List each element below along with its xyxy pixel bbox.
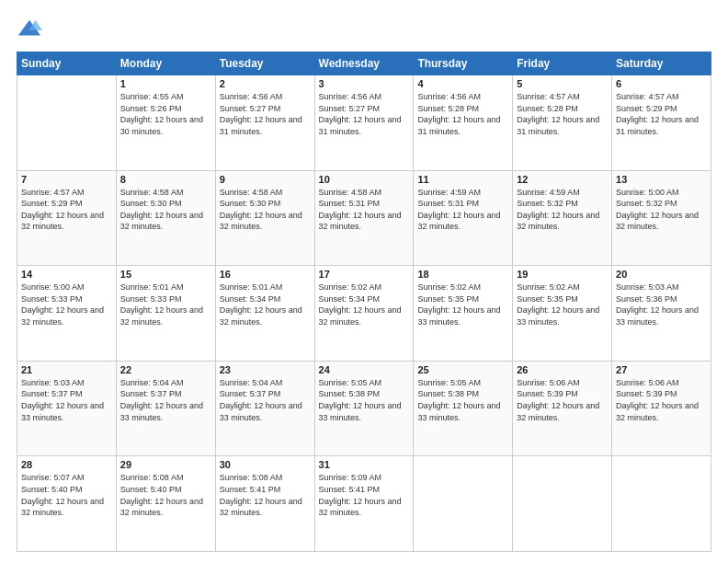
calendar-week-row: 14Sunrise: 5:00 AMSunset: 5:33 PMDayligh… bbox=[17, 266, 711, 362]
day-number: 10 bbox=[319, 174, 410, 185]
day-info: Sunrise: 5:05 AMSunset: 5:38 PMDaylight:… bbox=[417, 377, 508, 423]
day-info: Sunrise: 4:58 AMSunset: 5:30 PMDaylight:… bbox=[120, 187, 211, 233]
calendar-cell bbox=[612, 456, 711, 552]
day-info: Sunrise: 5:00 AMSunset: 5:33 PMDaylight:… bbox=[21, 282, 112, 327]
day-number: 15 bbox=[120, 269, 211, 280]
day-info: Sunrise: 5:03 AMSunset: 5:37 PMDaylight:… bbox=[21, 377, 112, 423]
day-number: 30 bbox=[220, 459, 311, 470]
day-number: 12 bbox=[517, 174, 608, 185]
day-info: Sunrise: 5:09 AMSunset: 5:41 PMDaylight:… bbox=[319, 472, 410, 518]
day-info: Sunrise: 4:59 AMSunset: 5:32 PMDaylight:… bbox=[517, 187, 608, 233]
day-info: Sunrise: 5:02 AMSunset: 5:34 PMDaylight:… bbox=[319, 282, 410, 327]
calendar-cell bbox=[17, 75, 117, 171]
day-number: 3 bbox=[319, 78, 410, 89]
calendar-cell: 2Sunrise: 4:56 AMSunset: 5:27 PMDaylight… bbox=[215, 75, 314, 171]
header bbox=[17, 17, 711, 42]
calendar-cell: 5Sunrise: 4:57 AMSunset: 5:28 PMDaylight… bbox=[513, 75, 612, 171]
day-number: 31 bbox=[319, 459, 410, 470]
day-number: 17 bbox=[319, 269, 410, 280]
day-info: Sunrise: 5:04 AMSunset: 5:37 PMDaylight:… bbox=[120, 377, 211, 423]
day-number: 11 bbox=[417, 174, 508, 185]
calendar-cell: 30Sunrise: 5:08 AMSunset: 5:41 PMDayligh… bbox=[215, 456, 314, 552]
calendar-cell: 23Sunrise: 5:04 AMSunset: 5:37 PMDayligh… bbox=[215, 361, 314, 456]
day-info: Sunrise: 5:02 AMSunset: 5:35 PMDaylight:… bbox=[517, 282, 608, 327]
calendar-cell: 11Sunrise: 4:59 AMSunset: 5:31 PMDayligh… bbox=[414, 170, 513, 266]
day-info: Sunrise: 4:59 AMSunset: 5:31 PMDaylight:… bbox=[417, 187, 508, 233]
day-number: 27 bbox=[616, 364, 707, 375]
page: SundayMondayTuesdayWednesdayThursdayFrid… bbox=[0, 0, 728, 563]
calendar-cell: 22Sunrise: 5:04 AMSunset: 5:37 PMDayligh… bbox=[116, 361, 215, 456]
calendar-cell bbox=[414, 456, 513, 552]
calendar-cell: 10Sunrise: 4:58 AMSunset: 5:31 PMDayligh… bbox=[314, 170, 414, 266]
day-number: 2 bbox=[220, 78, 311, 89]
day-number: 16 bbox=[220, 269, 311, 280]
calendar-day-header: Saturday bbox=[612, 52, 711, 75]
calendar-cell: 24Sunrise: 5:05 AMSunset: 5:38 PMDayligh… bbox=[314, 361, 414, 456]
calendar-week-row: 7Sunrise: 4:57 AMSunset: 5:29 PMDaylight… bbox=[17, 170, 711, 266]
calendar-cell: 25Sunrise: 5:05 AMSunset: 5:38 PMDayligh… bbox=[414, 361, 513, 456]
day-number: 24 bbox=[319, 364, 410, 375]
calendar-cell: 8Sunrise: 4:58 AMSunset: 5:30 PMDaylight… bbox=[116, 170, 215, 266]
day-number: 8 bbox=[120, 174, 211, 185]
calendar-table: SundayMondayTuesdayWednesdayThursdayFrid… bbox=[17, 52, 711, 552]
day-number: 4 bbox=[417, 78, 508, 89]
calendar-day-header: Monday bbox=[116, 52, 215, 75]
calendar-cell: 27Sunrise: 5:06 AMSunset: 5:39 PMDayligh… bbox=[612, 361, 711, 456]
day-number: 6 bbox=[616, 78, 707, 89]
day-info: Sunrise: 5:03 AMSunset: 5:36 PMDaylight:… bbox=[616, 282, 707, 327]
day-number: 7 bbox=[21, 174, 112, 185]
day-info: Sunrise: 5:01 AMSunset: 5:33 PMDaylight:… bbox=[120, 282, 211, 327]
day-number: 9 bbox=[220, 174, 311, 185]
logo-icon bbox=[17, 17, 42, 42]
day-number: 14 bbox=[21, 269, 112, 280]
day-info: Sunrise: 5:08 AMSunset: 5:41 PMDaylight:… bbox=[220, 472, 311, 518]
calendar-week-row: 1Sunrise: 4:55 AMSunset: 5:26 PMDaylight… bbox=[17, 75, 711, 171]
day-info: Sunrise: 4:57 AMSunset: 5:28 PMDaylight:… bbox=[517, 91, 608, 137]
day-number: 20 bbox=[616, 269, 707, 280]
calendar-day-header: Friday bbox=[513, 52, 612, 75]
logo bbox=[17, 17, 46, 42]
day-info: Sunrise: 4:56 AMSunset: 5:27 PMDaylight:… bbox=[319, 91, 410, 137]
day-info: Sunrise: 4:58 AMSunset: 5:30 PMDaylight:… bbox=[220, 187, 311, 233]
calendar-day-header: Thursday bbox=[414, 52, 513, 75]
day-info: Sunrise: 5:04 AMSunset: 5:37 PMDaylight:… bbox=[220, 377, 311, 423]
calendar-cell: 15Sunrise: 5:01 AMSunset: 5:33 PMDayligh… bbox=[116, 266, 215, 362]
calendar-cell: 3Sunrise: 4:56 AMSunset: 5:27 PMDaylight… bbox=[314, 75, 414, 171]
calendar-week-row: 21Sunrise: 5:03 AMSunset: 5:37 PMDayligh… bbox=[17, 361, 711, 456]
day-info: Sunrise: 5:00 AMSunset: 5:32 PMDaylight:… bbox=[616, 187, 707, 233]
calendar-cell: 28Sunrise: 5:07 AMSunset: 5:40 PMDayligh… bbox=[17, 456, 117, 552]
calendar-cell: 14Sunrise: 5:00 AMSunset: 5:33 PMDayligh… bbox=[17, 266, 117, 362]
day-info: Sunrise: 4:55 AMSunset: 5:26 PMDaylight:… bbox=[120, 91, 211, 137]
day-info: Sunrise: 5:01 AMSunset: 5:34 PMDaylight:… bbox=[220, 282, 311, 327]
day-info: Sunrise: 5:02 AMSunset: 5:35 PMDaylight:… bbox=[417, 282, 508, 327]
calendar-cell bbox=[513, 456, 612, 552]
calendar-cell: 19Sunrise: 5:02 AMSunset: 5:35 PMDayligh… bbox=[513, 266, 612, 362]
day-info: Sunrise: 5:05 AMSunset: 5:38 PMDaylight:… bbox=[319, 377, 410, 423]
day-info: Sunrise: 5:07 AMSunset: 5:40 PMDaylight:… bbox=[21, 472, 112, 518]
day-number: 1 bbox=[120, 78, 211, 89]
calendar-cell: 29Sunrise: 5:08 AMSunset: 5:40 PMDayligh… bbox=[116, 456, 215, 552]
calendar-day-header: Sunday bbox=[17, 52, 117, 75]
calendar-header-row: SundayMondayTuesdayWednesdayThursdayFrid… bbox=[17, 52, 711, 75]
day-info: Sunrise: 5:06 AMSunset: 5:39 PMDaylight:… bbox=[517, 377, 608, 423]
day-info: Sunrise: 5:08 AMSunset: 5:40 PMDaylight:… bbox=[120, 472, 211, 518]
day-number: 21 bbox=[21, 364, 112, 375]
calendar-cell: 6Sunrise: 4:57 AMSunset: 5:29 PMDaylight… bbox=[612, 75, 711, 171]
calendar-cell: 7Sunrise: 4:57 AMSunset: 5:29 PMDaylight… bbox=[17, 170, 117, 266]
day-info: Sunrise: 4:56 AMSunset: 5:27 PMDaylight:… bbox=[220, 91, 311, 137]
calendar-cell: 16Sunrise: 5:01 AMSunset: 5:34 PMDayligh… bbox=[215, 266, 314, 362]
day-number: 25 bbox=[417, 364, 508, 375]
calendar-cell: 13Sunrise: 5:00 AMSunset: 5:32 PMDayligh… bbox=[612, 170, 711, 266]
day-number: 5 bbox=[517, 78, 608, 89]
day-info: Sunrise: 4:56 AMSunset: 5:28 PMDaylight:… bbox=[417, 91, 508, 137]
calendar-day-header: Tuesday bbox=[215, 52, 314, 75]
calendar-week-row: 28Sunrise: 5:07 AMSunset: 5:40 PMDayligh… bbox=[17, 456, 711, 552]
day-number: 29 bbox=[120, 459, 211, 470]
day-number: 23 bbox=[220, 364, 311, 375]
day-info: Sunrise: 5:06 AMSunset: 5:39 PMDaylight:… bbox=[616, 377, 707, 423]
day-number: 13 bbox=[616, 174, 707, 185]
calendar-cell: 9Sunrise: 4:58 AMSunset: 5:30 PMDaylight… bbox=[215, 170, 314, 266]
day-number: 26 bbox=[517, 364, 608, 375]
day-number: 28 bbox=[21, 459, 112, 470]
day-number: 22 bbox=[120, 364, 211, 375]
